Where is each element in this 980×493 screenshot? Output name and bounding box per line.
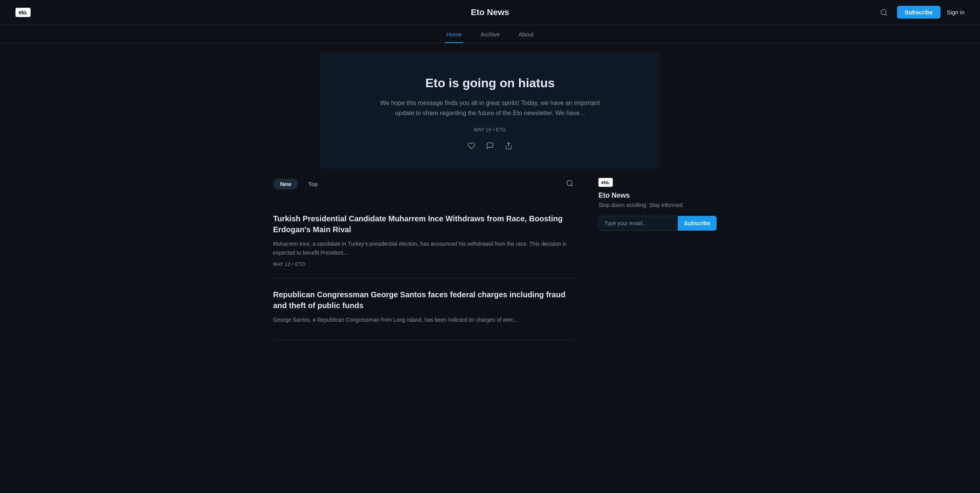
logo-box: eto.: [15, 8, 31, 17]
tab-top[interactable]: Top: [301, 179, 325, 190]
article-excerpt: George Santos, a Republican Congressman …: [273, 315, 575, 324]
hero-share-button[interactable]: [503, 140, 514, 153]
feed-search-button[interactable]: [564, 178, 575, 190]
article-title[interactable]: Turkish Presidential Candidate Muharrem …: [273, 213, 575, 235]
header-signin-button[interactable]: Sign in: [947, 9, 965, 16]
search-icon: [566, 179, 574, 187]
article-card: Turkish Presidential Candidate Muharrem …: [273, 202, 575, 278]
header-search-button[interactable]: [877, 5, 891, 19]
article-card: Republican Congressman George Santos fac…: [273, 278, 575, 340]
nav-item-about[interactable]: About: [517, 26, 535, 43]
header-logo: eto.: [15, 8, 31, 17]
hero-excerpt: We hope this message finds you all in gr…: [374, 98, 606, 118]
sidebar-tagline: Stop doom scrolling. Stay informed.: [598, 202, 707, 208]
header: eto. Eto News Subscribe Sign in: [0, 0, 980, 25]
sidebar: eto. Eto News Stop doom scrolling. Stay …: [598, 178, 707, 340]
sidebar-subscribe-button[interactable]: Subscribe: [678, 216, 717, 231]
comment-icon: [486, 142, 494, 150]
svg-line-1: [885, 14, 887, 15]
sidebar-logo: eto.: [598, 178, 707, 187]
sidebar-logo-box: eto.: [598, 178, 613, 187]
tab-new[interactable]: New: [273, 179, 298, 190]
main-nav: Home Archive About: [0, 25, 980, 43]
hero-meta: MAY 15 • ETO: [351, 127, 629, 133]
search-icon: [880, 9, 888, 16]
article-title[interactable]: Republican Congressman George Santos fac…: [273, 289, 575, 311]
share-icon: [505, 142, 512, 150]
header-actions: Subscribe Sign in: [877, 5, 965, 19]
heart-icon: [468, 142, 475, 150]
feed-section: New Top Turkish Presidential Candidate M…: [273, 178, 575, 340]
header-title: Eto News: [471, 7, 509, 17]
article-meta: MAY 12 • ETO: [273, 262, 575, 267]
sidebar-pub-name: Eto News: [598, 191, 707, 200]
nav-item-home[interactable]: Home: [445, 26, 463, 43]
tabs-left: New Top: [273, 179, 325, 190]
main-container: New Top Turkish Presidential Candidate M…: [258, 178, 722, 340]
article-excerpt: Muharrem Ince, a candidate in Turkey's p…: [273, 240, 575, 257]
feed-tabs: New Top: [273, 178, 575, 190]
hero-like-button[interactable]: [466, 140, 477, 153]
nav-item-archive[interactable]: Archive: [479, 26, 501, 43]
header-subscribe-button[interactable]: Subscribe: [897, 6, 941, 19]
hero-actions: [351, 140, 629, 153]
svg-line-4: [571, 185, 573, 186]
hero-title[interactable]: Eto is going on hiatus: [351, 76, 629, 90]
hero-section: Eto is going on hiatus We hope this mess…: [320, 53, 660, 169]
sidebar-email-input[interactable]: [598, 216, 678, 231]
hero-comment-button[interactable]: [485, 140, 495, 153]
sidebar-subscribe-form: Subscribe: [598, 216, 707, 231]
